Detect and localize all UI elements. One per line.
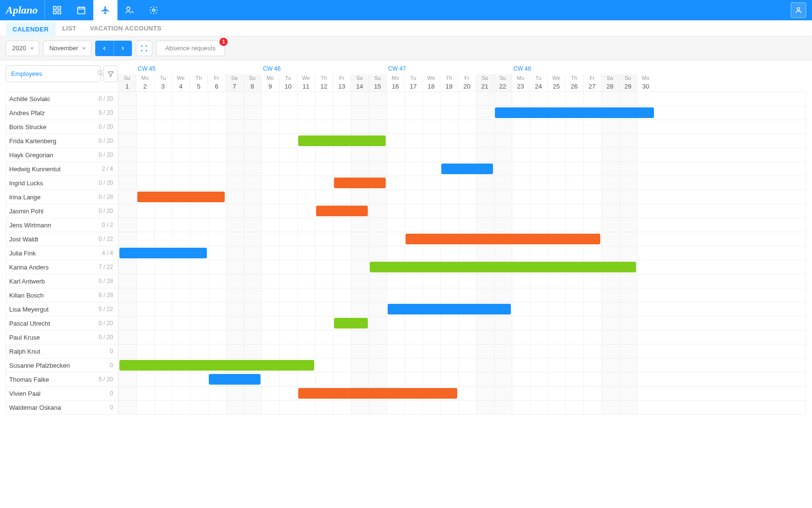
day-cell[interactable] [297, 120, 315, 134]
day-cell[interactable] [422, 148, 440, 162]
employee-days[interactable] [118, 359, 806, 372]
day-cell[interactable] [583, 162, 601, 176]
day-cell[interactable] [458, 190, 476, 204]
day-cell[interactable] [405, 344, 422, 358]
day-cell[interactable] [476, 246, 494, 260]
day-cell[interactable] [405, 218, 422, 232]
year-select[interactable]: 2020 [6, 41, 39, 56]
day-cell[interactable] [440, 204, 458, 218]
day-cell[interactable] [512, 92, 530, 105]
day-cell[interactable] [512, 344, 530, 358]
day-cell[interactable] [566, 316, 583, 330]
day-cell[interactable] [172, 288, 190, 302]
day-cell[interactable] [261, 162, 279, 176]
day-cell[interactable] [279, 134, 297, 148]
day-cell[interactable] [136, 316, 154, 330]
day-cell[interactable] [279, 316, 297, 330]
day-cell[interactable] [244, 176, 261, 190]
day-cell[interactable] [351, 330, 369, 344]
day-cell[interactable] [637, 190, 655, 204]
day-cell[interactable] [440, 218, 458, 232]
day-cell[interactable] [261, 106, 279, 120]
day-cell[interactable] [476, 316, 494, 330]
day-cell[interactable] [226, 330, 244, 344]
day-cell[interactable] [405, 330, 422, 344]
day-cell[interactable] [351, 288, 369, 302]
day-cell[interactable] [566, 92, 583, 105]
day-cell[interactable] [333, 246, 351, 260]
employee-days[interactable] [118, 387, 806, 400]
day-cell[interactable] [512, 373, 530, 386]
day-cell[interactable] [369, 330, 387, 344]
employee-name-cell[interactable]: Pascal Utrecht0 / 20 [6, 316, 118, 330]
day-cell[interactable] [601, 204, 619, 218]
day-cell[interactable] [458, 120, 476, 134]
day-cell[interactable] [261, 302, 279, 316]
day-cell[interactable] [297, 302, 315, 316]
day-cell[interactable] [154, 288, 172, 302]
day-cell[interactable] [405, 120, 422, 134]
day-cell[interactable] [530, 246, 548, 260]
day-cell[interactable] [548, 274, 566, 288]
day-cell[interactable] [494, 387, 512, 400]
day-cell[interactable] [351, 120, 369, 134]
day-cell[interactable] [440, 176, 458, 190]
day-cell[interactable] [226, 162, 244, 176]
day-cell[interactable] [512, 274, 530, 288]
day-cell[interactable] [494, 274, 512, 288]
day-cell[interactable] [530, 330, 548, 344]
day-cell[interactable] [172, 232, 190, 246]
day-cell[interactable] [530, 359, 548, 372]
day-cell[interactable] [279, 162, 297, 176]
day-cell[interactable] [297, 232, 315, 246]
day-cell[interactable] [136, 120, 154, 134]
day-cell[interactable] [583, 218, 601, 232]
day-cell[interactable] [351, 401, 369, 414]
day-cell[interactable] [530, 316, 548, 330]
day-cell[interactable] [172, 401, 190, 414]
day-cell[interactable] [601, 302, 619, 316]
day-cell[interactable] [136, 176, 154, 190]
day-cell[interactable] [369, 373, 387, 386]
day-cell[interactable] [118, 274, 136, 288]
day-cell[interactable] [458, 246, 476, 260]
employee-name-cell[interactable]: Jost Waldt0 / 22 [6, 232, 118, 246]
day-cell[interactable] [154, 162, 172, 176]
day-cell[interactable] [583, 204, 601, 218]
day-cell[interactable] [458, 288, 476, 302]
day-cell[interactable] [315, 162, 333, 176]
day-cell[interactable] [297, 204, 315, 218]
day-cell[interactable] [297, 316, 315, 330]
day-cell[interactable] [261, 92, 279, 105]
day-cell[interactable] [619, 176, 637, 190]
day-cell[interactable] [619, 218, 637, 232]
day-cell[interactable] [619, 92, 637, 105]
day-cell[interactable] [548, 330, 566, 344]
day-cell[interactable] [566, 373, 583, 386]
employee-days[interactable] [118, 274, 806, 288]
day-cell[interactable] [458, 373, 476, 386]
day-cell[interactable] [154, 204, 172, 218]
day-cell[interactable] [136, 218, 154, 232]
employee-name-cell[interactable]: Andres Pfalz5 / 20 [6, 106, 118, 120]
day-cell[interactable] [494, 162, 512, 176]
day-cell[interactable] [583, 190, 601, 204]
day-cell[interactable] [619, 401, 637, 414]
day-cell[interactable] [226, 387, 244, 400]
day-cell[interactable] [530, 176, 548, 190]
day-cell[interactable] [172, 302, 190, 316]
day-cell[interactable] [118, 162, 136, 176]
absence-requests-button[interactable]: Absence requests 1 [156, 41, 225, 56]
day-cell[interactable] [583, 288, 601, 302]
day-cell[interactable] [583, 148, 601, 162]
day-cell[interactable] [637, 288, 655, 302]
day-cell[interactable] [315, 330, 333, 344]
day-cell[interactable] [458, 387, 476, 400]
day-cell[interactable] [583, 176, 601, 190]
day-cell[interactable] [208, 134, 226, 148]
day-cell[interactable] [440, 288, 458, 302]
day-cell[interactable] [548, 387, 566, 400]
day-cell[interactable] [226, 218, 244, 232]
day-cell[interactable] [601, 401, 619, 414]
day-cell[interactable] [118, 134, 136, 148]
